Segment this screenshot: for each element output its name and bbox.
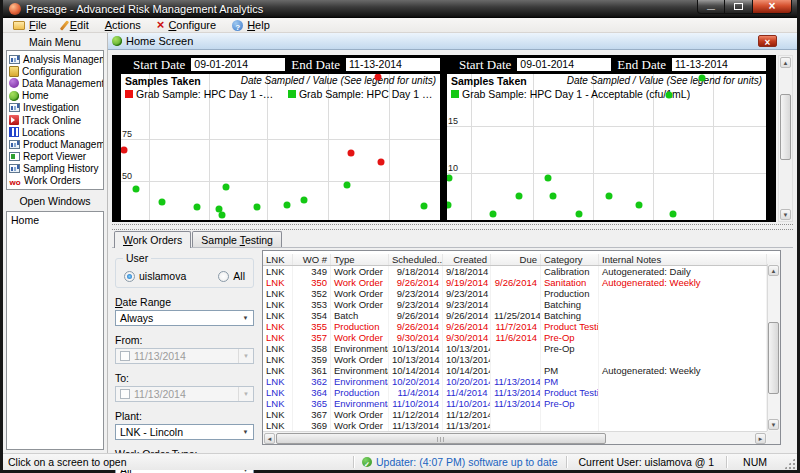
window-title: Presage - Advanced Risk Management Analy… [26, 3, 263, 15]
menu-actions[interactable]: Actions [99, 18, 151, 32]
sidebar-item-data-management[interactable]: Data Management [9, 77, 103, 89]
sidebar-item-work-orders[interactable]: Work Orders [9, 175, 103, 187]
home-screen-tab-bar[interactable]: Home Screen [108, 33, 797, 50]
sidebar-item-label: Configuration [22, 66, 81, 77]
sidebar-item-investigation[interactable]: Investigation [9, 102, 103, 114]
start-date-input[interactable]: 09-01-2014 [191, 58, 285, 71]
menu-help[interactable]: Help [226, 18, 280, 32]
current-user-text: Current User: uislamova @ 1 [567, 456, 727, 468]
table-row[interactable]: LNK357Work Order9/30/20149/30/201411/6/2… [263, 332, 767, 343]
maximize-button[interactable] [725, 0, 752, 14]
column-header-due[interactable]: Due [491, 254, 541, 265]
data-point-acceptable [545, 175, 552, 182]
table-row[interactable]: LNK365Environmental11/10/201411/10/20141… [263, 398, 767, 409]
column-header-scheduled[interactable]: Scheduled... [389, 254, 443, 265]
table-row[interactable]: LNK369Work Order11/13/201411/13/2014 [263, 420, 767, 431]
menu-label: Configure [168, 19, 216, 31]
legend-swatch [451, 90, 459, 98]
start-date-input[interactable]: 09-01-2014 [517, 58, 611, 71]
menu-configure[interactable]: Configure [151, 18, 226, 32]
cell-category [541, 420, 599, 431]
table-row[interactable]: LNK355Production9/26/20149/26/201411/7/2… [263, 321, 767, 332]
charts-vertical-scrollbar[interactable] [778, 55, 793, 222]
scrollbar-thumb[interactable] [276, 433, 606, 444]
table-row[interactable]: LNK354Batch9/26/20149/26/201411/25/2014B… [263, 310, 767, 321]
home-screen-tab-label: Home Screen [126, 35, 193, 47]
table-header-row: LNKWO #TypeScheduled...CreatedDueCategor… [263, 254, 780, 266]
tab-sample-testing[interactable]: Sample Testing [192, 231, 282, 247]
scroll-down-icon[interactable] [768, 419, 779, 430]
from-date-picker[interactable]: 11/13/2014 [115, 348, 254, 364]
close-button[interactable] [752, 0, 792, 14]
table-row[interactable]: LNK350Work Order9/26/20149/19/20149/26/2… [263, 277, 767, 288]
table-vertical-scrollbar[interactable] [767, 264, 780, 431]
table-row[interactable]: LNK361Environmental10/14/201410/14/2014P… [263, 365, 767, 376]
table-row[interactable]: LNK359Work Order10/13/201410/13/2014 [263, 354, 767, 365]
table-row[interactable]: LNK349Work Order9/18/20149/18/2014Calibr… [263, 266, 767, 277]
cell-due: 11/25/2014 [491, 310, 541, 321]
column-header-type[interactable]: Type [331, 254, 389, 265]
sidebar-item-locations[interactable]: Locations [9, 126, 103, 138]
menu-edit[interactable]: Edit [57, 18, 99, 32]
sidebar-item-sampling-history[interactable]: Sampling History [9, 163, 103, 175]
chart-panel: Start Date09-01-2014End Date11-13-2014Sa… [112, 55, 776, 222]
sidebar-item-label: ITrack Online [22, 115, 81, 126]
cell-scheduled: 9/23/2014 [389, 288, 443, 299]
table-row[interactable]: LNK362Environmental10/20/201410/20/20141… [263, 376, 767, 387]
title-bar[interactable]: Presage - Advanced Risk Management Analy… [3, 0, 797, 18]
open-window-item[interactable]: Home [9, 214, 101, 226]
scroll-down-icon[interactable] [780, 209, 791, 220]
plant-combo[interactable]: LNK - Lincoln [115, 424, 254, 440]
end-date-input[interactable]: 11-13-2014 [672, 58, 766, 71]
chart-right: Start Date09-01-2014End Date11-13-2014Sa… [447, 57, 766, 220]
table-horizontal-scrollbar[interactable] [263, 431, 767, 444]
table-row[interactable]: LNK353Work Order9/23/20149/23/2014Batchi… [263, 299, 767, 310]
scroll-up-icon[interactable] [768, 265, 779, 276]
home-screen-content: Start Date09-01-2014End Date11-13-2014Sa… [108, 50, 797, 453]
column-header-lnk[interactable]: LNK [263, 254, 293, 265]
splitter-handle[interactable] [112, 224, 793, 230]
sidebar-item-product-management[interactable]: Product Management [9, 138, 103, 150]
plant-label: Plant: [115, 410, 254, 422]
radio-unselected-icon [218, 271, 229, 282]
radio-all[interactable]: All [218, 270, 245, 282]
scroll-up-icon[interactable] [780, 57, 791, 68]
cell-scheduled: 9/30/2014 [389, 332, 443, 343]
sidebar-item-home[interactable]: Home [9, 90, 103, 102]
data-point-acceptable [516, 193, 523, 200]
status-hint: Click on a screen to open [3, 456, 353, 468]
radio-uislamova[interactable]: uislamova [124, 270, 186, 282]
column-header-wo[interactable]: WO # [293, 254, 331, 265]
table-row[interactable]: LNK367Work Order11/12/201411/12/2014 [263, 409, 767, 420]
resize-grip[interactable] [783, 457, 796, 470]
sidebar-item-report-viewer[interactable]: Report Viewer [9, 151, 103, 163]
to-date-picker[interactable]: 11/13/2014 [115, 386, 254, 402]
sidebar-item-itrack-online[interactable]: ITrack Online [9, 114, 103, 126]
cell-created: 10/14/2014 [443, 365, 491, 376]
column-header-created[interactable]: Created [443, 254, 491, 265]
checkbox-icon [120, 389, 130, 399]
scroll-right-icon[interactable] [755, 433, 766, 444]
tab-work-orders[interactable]: Work Orders [114, 231, 191, 248]
updater-status[interactable]: Updater: (4:07 PM) software up to date [354, 456, 566, 468]
cell-wo: 354 [293, 310, 331, 321]
data-point-acceptable [344, 182, 351, 189]
scrollbar-thumb[interactable] [780, 94, 791, 160]
table-row[interactable]: LNK352Work Order9/23/20149/23/2014Produc… [263, 288, 767, 299]
scroll-left-icon[interactable] [264, 433, 275, 444]
menu-bar: FileEditActionsConfigureHelp [3, 18, 797, 33]
home-screen-close-icon[interactable] [758, 35, 777, 47]
table-row[interactable]: LNK364Production11/4/201411/4/201411/13/… [263, 387, 767, 398]
column-header-notes[interactable]: Internal Notes [599, 254, 767, 265]
cell-lnk: LNK [263, 387, 293, 398]
column-header-category[interactable]: Category [541, 254, 599, 265]
date-range-combo[interactable]: Always [115, 310, 254, 326]
minimize-button[interactable] [697, 0, 725, 14]
sidebar-item-analysis-management[interactable]: Analysis Management [9, 53, 103, 65]
menu-file[interactable]: File [7, 18, 57, 32]
scrollbar-thumb[interactable] [768, 322, 779, 394]
end-date-input[interactable]: 11-13-2014 [346, 58, 440, 71]
chart-legend: Grab Sample: HPC Day 1 - Unacceptable...… [121, 87, 440, 101]
sidebar-item-configuration[interactable]: Configuration [9, 65, 103, 77]
table-row[interactable]: LNK358Environmental10/13/201410/13/2014P… [263, 343, 767, 354]
